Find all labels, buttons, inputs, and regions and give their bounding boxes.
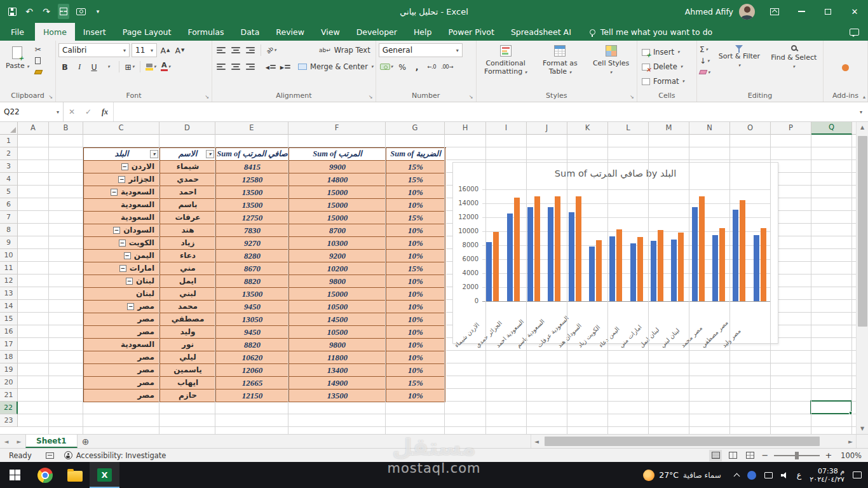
cell-tax[interactable]: 15% bbox=[386, 212, 445, 224]
row-header-17[interactable]: 17 bbox=[0, 338, 18, 351]
collapse-button[interactable]: − bbox=[119, 265, 126, 272]
taskbar-chrome[interactable] bbox=[30, 462, 60, 488]
align-center-button[interactable] bbox=[229, 60, 242, 74]
column-header-N[interactable]: N bbox=[689, 122, 730, 135]
cell-net-salary[interactable]: 8820 bbox=[216, 339, 289, 351]
column-header-G[interactable]: G bbox=[386, 122, 445, 135]
cell-salary[interactable]: 10300 bbox=[289, 237, 386, 250]
name-box[interactable]: Q22 ▾ bbox=[0, 102, 64, 121]
cell-salary[interactable]: 15000 bbox=[289, 199, 386, 212]
user-name[interactable]: Ahmed Afify bbox=[685, 7, 733, 17]
cell-country[interactable]: السعودية bbox=[84, 199, 160, 212]
pivot-header-4[interactable]: Sum of الضريبة bbox=[386, 148, 445, 161]
accessibility-status[interactable]: Accessibility: Investigate bbox=[59, 451, 172, 460]
cell-name[interactable]: مني bbox=[160, 262, 216, 275]
row-header-1[interactable]: 1 bbox=[0, 135, 18, 147]
name-box-dropdown-icon[interactable]: ▾ bbox=[57, 109, 59, 115]
select-all-button[interactable] bbox=[0, 122, 18, 135]
italic-button[interactable]: I bbox=[73, 60, 86, 74]
cell-name[interactable]: حمدي bbox=[160, 173, 216, 186]
normal-view-button[interactable] bbox=[709, 450, 722, 461]
paste-button[interactable]: Paste ▾ bbox=[3, 44, 32, 91]
row-header-8[interactable]: 8 bbox=[0, 224, 18, 236]
column-header-A[interactable]: A bbox=[18, 122, 49, 135]
cell-name[interactable]: نور bbox=[160, 339, 216, 351]
collapse-button[interactable]: − bbox=[121, 163, 128, 170]
cancel-button[interactable]: ✕ bbox=[64, 102, 80, 121]
cell-net-salary[interactable]: 9450 bbox=[216, 326, 289, 339]
expand-formula-bar-button[interactable]: ▾ bbox=[854, 102, 868, 121]
cell-net-salary[interactable]: 12665 bbox=[216, 377, 289, 390]
cell-tax[interactable]: 10% bbox=[386, 288, 445, 301]
cell-salary[interactable]: 13500 bbox=[289, 390, 386, 402]
pivot-header-2[interactable]: Sum of صافي المرتب bbox=[216, 148, 289, 161]
zoom-slider-thumb[interactable] bbox=[795, 452, 799, 459]
horizontal-scroll-thumb[interactable] bbox=[545, 437, 820, 446]
decrease-indent-button[interactable]: ◂ bbox=[264, 60, 277, 74]
cell-salary[interactable]: 10200 bbox=[289, 262, 386, 275]
cell-tax[interactable]: 10% bbox=[386, 339, 445, 351]
ribbon-tab-view[interactable]: View bbox=[313, 23, 348, 41]
cell-net-salary[interactable]: 13500 bbox=[216, 199, 289, 212]
align-middle-button[interactable] bbox=[229, 43, 242, 57]
cell-name[interactable]: محمد bbox=[160, 301, 216, 313]
selected-cell[interactable] bbox=[810, 400, 852, 414]
cell-country[interactable]: الكويت− bbox=[84, 237, 160, 250]
cell-name[interactable]: مصطفي bbox=[160, 313, 216, 326]
column-header-H[interactable]: H bbox=[445, 122, 486, 135]
cell-styles-button[interactable]: Cell Styles ▾ bbox=[588, 43, 634, 91]
row-header-16[interactable]: 16 bbox=[0, 325, 18, 338]
pivot-header-0[interactable]: البلد▾ bbox=[84, 148, 160, 161]
sheet-tab-sheet1[interactable]: Sheet1 bbox=[25, 435, 78, 448]
cell-country[interactable]: لبنان− bbox=[84, 275, 160, 288]
scroll-down-arrow[interactable]: ▼ bbox=[857, 423, 868, 434]
cell-country[interactable]: السعودية− bbox=[84, 186, 160, 199]
column-header-C[interactable]: C bbox=[83, 122, 159, 135]
language-indicator[interactable]: ع bbox=[797, 470, 801, 480]
cell-name[interactable]: احمد bbox=[160, 186, 216, 199]
scroll-left-arrow[interactable]: ◄ bbox=[531, 438, 542, 445]
cell-salary[interactable]: 10500 bbox=[289, 326, 386, 339]
row-header-21[interactable]: 21 bbox=[0, 389, 18, 402]
cell-name[interactable]: ايهاب bbox=[160, 377, 216, 390]
ribbon-tab-insert[interactable]: Insert bbox=[75, 23, 114, 41]
zoom-in-button[interactable]: + bbox=[824, 451, 833, 460]
cell-country[interactable]: الجزائر− bbox=[84, 173, 160, 186]
shrink-font-button[interactable]: A▼ bbox=[173, 43, 186, 57]
comma-style-button[interactable]: , bbox=[410, 60, 423, 74]
taskbar-file-explorer[interactable] bbox=[60, 462, 90, 488]
zoom-out-button[interactable]: − bbox=[761, 451, 770, 460]
cell-net-salary[interactable]: 8820 bbox=[216, 275, 289, 288]
row-header-15[interactable]: 15 bbox=[0, 313, 18, 325]
column-header-J[interactable]: J bbox=[527, 122, 567, 135]
minimize-button[interactable] bbox=[788, 0, 815, 23]
cell-net-salary[interactable]: 12580 bbox=[216, 173, 289, 186]
cell-net-salary[interactable]: 12060 bbox=[216, 364, 289, 377]
cell-tax[interactable]: 10% bbox=[386, 351, 445, 364]
new-sheet-button[interactable]: ⊕ bbox=[78, 435, 94, 448]
redo-button[interactable]: ↷ bbox=[41, 4, 52, 19]
customize-qat-button[interactable]: ▾ bbox=[92, 4, 104, 19]
scroll-up-arrow[interactable]: ▲ bbox=[857, 122, 868, 133]
cell-country[interactable]: لبنان bbox=[84, 288, 160, 301]
ribbon-display-options-button[interactable] bbox=[761, 0, 788, 23]
row-header-9[interactable]: 9 bbox=[0, 236, 18, 249]
cell-tax[interactable]: 10% bbox=[386, 237, 445, 250]
tray-app-button[interactable] bbox=[747, 471, 756, 480]
cell-net-salary[interactable]: 8415 bbox=[216, 161, 289, 173]
row-header-14[interactable]: 14 bbox=[0, 300, 18, 313]
row-header-4[interactable]: 4 bbox=[0, 173, 18, 186]
row-header-22[interactable]: 22 bbox=[0, 402, 18, 414]
insert-cells-button[interactable]: Insert ▾ bbox=[640, 46, 694, 59]
collapse-button[interactable]: − bbox=[113, 227, 120, 234]
maximize-button[interactable] bbox=[815, 0, 841, 23]
cell-name[interactable]: ياسمين bbox=[160, 364, 216, 377]
cell-salary[interactable]: 13400 bbox=[289, 364, 386, 377]
row-header-12[interactable]: 12 bbox=[0, 274, 18, 287]
font-color-button[interactable]: A ▾ bbox=[159, 60, 172, 74]
pivot-header-1[interactable]: الاسم▾ bbox=[160, 148, 216, 161]
cell-country[interactable]: السعودية bbox=[84, 212, 160, 224]
cell-tax[interactable]: 10% bbox=[386, 199, 445, 212]
row-header-23[interactable]: 23 bbox=[0, 414, 18, 427]
ribbon-tab-spreadsheet-ai[interactable]: Spreadsheet AI bbox=[503, 23, 580, 41]
